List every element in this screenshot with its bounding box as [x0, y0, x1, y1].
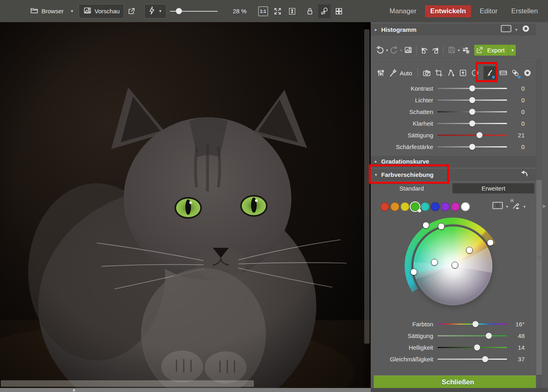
viewer-vertical-scrollbar[interactable] [364, 22, 370, 388]
panel-settings-gear-icon[interactable] [521, 24, 530, 35]
slider-value[interactable]: 21 [508, 132, 525, 139]
slider-track[interactable] [438, 135, 507, 136]
eyedropper-dropdown-chevron-icon[interactable]: ▾ [523, 204, 526, 209]
color-swatch-8[interactable] [461, 202, 470, 211]
filmstrip-expand-icon[interactable]: ▲ [72, 388, 76, 392]
slider-knob[interactable] [469, 144, 475, 150]
slider-value[interactable]: 48 [508, 332, 525, 339]
slider-knob[interactable] [472, 321, 478, 327]
color-swatch-0[interactable] [380, 202, 389, 211]
viewer-horizontal-scrollbar-thumb[interactable] [1, 380, 254, 387]
slider-track[interactable] [438, 324, 507, 325]
mask-dropdown-chevron-icon[interactable]: ▾ [515, 27, 518, 32]
slider-knob[interactable] [469, 85, 475, 91]
slider-track[interactable] [438, 123, 507, 124]
panel-collapse-icon[interactable]: ▶ [543, 203, 546, 209]
layout-grid-icon[interactable] [333, 4, 345, 18]
tab-entwickeln[interactable]: Entwickeln [425, 5, 471, 17]
slider-knob[interactable] [474, 344, 480, 351]
auto-wand-icon[interactable] [387, 66, 399, 80]
wheel-handle-5[interactable] [431, 259, 438, 266]
slider-value[interactable]: 0 [508, 97, 525, 104]
slider-value[interactable]: 0 [508, 120, 525, 127]
undo-icon[interactable] [375, 44, 385, 56]
quick-edits-button[interactable]: ▾ [145, 4, 166, 18]
slider-knob[interactable] [469, 109, 475, 115]
wheel-handle-4[interactable] [452, 262, 459, 269]
slider-value[interactable]: 0 [508, 85, 525, 92]
slider-knob[interactable] [469, 97, 475, 103]
fit-screen-icon[interactable] [272, 4, 284, 18]
gradation-expand-icon[interactable]: ▸ [371, 159, 381, 164]
show-original-icon[interactable] [403, 44, 413, 56]
image-viewport[interactable]: ▲ [0, 22, 371, 392]
wheel-handle-6[interactable] [411, 269, 417, 276]
histogram-expand-icon[interactable]: ▸ [371, 27, 381, 32]
slider-knob[interactable] [477, 132, 483, 138]
redo-icon[interactable] [389, 44, 399, 56]
export-button[interactable]: Export ▾ [474, 45, 516, 56]
slider-value[interactable]: 37 [508, 356, 525, 363]
open-new-window-icon[interactable] [125, 4, 137, 18]
mode-tab-standard[interactable]: Standard [371, 183, 453, 193]
tool-settings-gear-icon[interactable] [521, 66, 533, 80]
slider-knob[interactable] [482, 356, 488, 362]
wheel-handle-2[interactable] [487, 239, 494, 246]
mode-tab-erweitert[interactable]: Erweitert [453, 183, 534, 193]
wheel-handle-0[interactable] [423, 222, 430, 229]
panel-scrollbar[interactable] [536, 58, 542, 388]
healing-bandage-icon[interactable] [509, 66, 521, 80]
preview-zoom-knob[interactable] [176, 8, 182, 14]
filmstrip-toggle-bar[interactable]: ▲ [0, 388, 371, 392]
presets-icon[interactable] [461, 44, 471, 56]
mask-overlay-icon[interactable] [501, 25, 511, 34]
slider-track[interactable] [438, 100, 507, 101]
color-swatch-7[interactable] [451, 202, 460, 211]
color-shift-section-header[interactable]: ▾ Farbverschiebung [371, 168, 536, 180]
color-wheel[interactable] [405, 218, 501, 314]
vorschau-button[interactable]: Vorschau [79, 4, 124, 18]
crop-tool-icon[interactable] [433, 66, 445, 80]
undo-dropdown-chevron-icon[interactable]: ▾ [385, 48, 389, 52]
fit-height-icon[interactable] [286, 4, 298, 18]
close-button[interactable]: Schließen [374, 375, 542, 389]
slider-value[interactable]: 14 [508, 344, 525, 351]
rotate-right-icon[interactable] [430, 44, 440, 56]
slider-knob[interactable] [486, 333, 492, 339]
zoom-level[interactable]: 28 % [233, 8, 247, 15]
hue-eyedropper-icon[interactable]: H [511, 201, 520, 212]
color-swatch-4[interactable] [421, 202, 430, 211]
color-swatch-6[interactable] [441, 202, 450, 211]
browser-dropdown-chevron-icon[interactable]: ▾ [69, 8, 75, 14]
mask-dropdown-chevron-icon[interactable]: ▾ [505, 204, 509, 209]
wheel-handle-1[interactable] [438, 223, 445, 230]
preview-zoom-slider[interactable] [170, 4, 218, 18]
tab-erstellen[interactable]: Erstellen [506, 5, 543, 17]
zoom-1-1-button[interactable]: 1:1 [257, 4, 269, 18]
browser-button[interactable]: Browser [26, 4, 68, 18]
radial-filter-icon[interactable] [469, 66, 481, 80]
color-swatch-1[interactable] [390, 202, 399, 211]
slider-track[interactable] [438, 88, 507, 89]
slider-value[interactable]: 0 [508, 143, 525, 150]
histogram-section-header[interactable]: ▸ Histogramm ▾ [371, 24, 536, 35]
panel-scrollbar-thumb[interactable] [536, 180, 542, 375]
gradation-curve-section-header[interactable]: ▸ Gradationskurve [371, 155, 536, 167]
color-swatch-2[interactable] [401, 202, 409, 211]
straighten-tool-icon[interactable] [445, 66, 457, 80]
color-swatch-5[interactable] [431, 202, 440, 211]
white-balance-camera-icon[interactable] [421, 66, 433, 80]
color-shift-reset-icon[interactable] [520, 170, 529, 180]
compare-icon[interactable] [318, 4, 330, 18]
perspective-tool-icon[interactable] [457, 66, 469, 80]
lock-zoom-icon[interactable] [304, 4, 316, 18]
mask-overlay-icon[interactable] [492, 201, 503, 211]
gradient-filter-icon[interactable] [497, 66, 509, 80]
viewer-vertical-scrollbar-thumb[interactable] [364, 29, 369, 344]
color-swatch-3[interactable] [411, 202, 419, 211]
rotate-left-icon[interactable] [419, 44, 430, 56]
wheel-handle-3[interactable] [466, 247, 473, 254]
slider-track[interactable] [438, 359, 507, 360]
slider-track[interactable] [438, 347, 507, 348]
adjustment-brush-icon[interactable] [484, 66, 496, 80]
